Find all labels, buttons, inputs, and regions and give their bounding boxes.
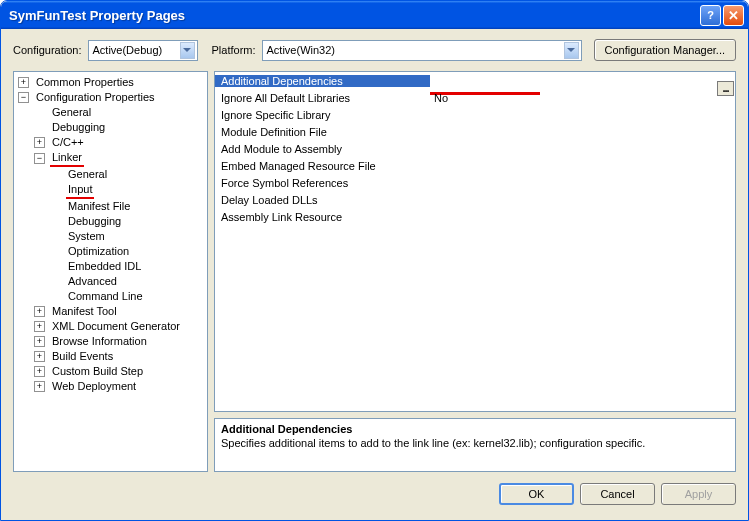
- configuration-value: Active(Debug): [93, 44, 180, 56]
- prop-row-additional-dependencies[interactable]: Additional Dependencies ...: [215, 72, 735, 89]
- expand-icon[interactable]: +: [34, 306, 45, 317]
- expand-icon[interactable]: +: [34, 321, 45, 332]
- tree-node-manifest-tool[interactable]: +Manifest Tool: [32, 304, 207, 319]
- dialog-content: Configuration: Active(Debug) Platform: A…: [1, 29, 748, 520]
- apply-button: Apply: [661, 483, 736, 505]
- platform-label: Platform:: [212, 44, 256, 56]
- prop-row-assembly-link-resource[interactable]: Assembly Link Resource: [215, 208, 735, 225]
- tree-pane[interactable]: + Common Properties − Configuration Prop…: [13, 71, 208, 472]
- tree-node-common-properties[interactable]: + Common Properties: [16, 75, 207, 90]
- expand-icon[interactable]: +: [34, 336, 45, 347]
- tree-node-linker-system[interactable]: System: [48, 229, 207, 244]
- tree-node-build-events[interactable]: +Build Events: [32, 349, 207, 364]
- collapse-icon[interactable]: −: [18, 92, 29, 103]
- prop-row-delay-loaded-dlls[interactable]: Delay Loaded DLLs: [215, 191, 735, 208]
- tree-node-general[interactable]: General: [32, 105, 207, 120]
- help-button[interactable]: ?: [700, 5, 721, 26]
- expand-icon[interactable]: +: [34, 351, 45, 362]
- top-controls: Configuration: Active(Debug) Platform: A…: [13, 39, 736, 61]
- tree-node-linker-command-line[interactable]: Command Line: [48, 289, 207, 304]
- tree-node-linker[interactable]: − Linker: [32, 150, 207, 167]
- expand-icon[interactable]: +: [34, 381, 45, 392]
- property-grid[interactable]: Additional Dependencies ... Ignore All D…: [214, 71, 736, 412]
- prop-row-embed-managed-resource-file[interactable]: Embed Managed Resource File: [215, 157, 735, 174]
- prop-row-ignore-all-default-libraries[interactable]: Ignore All Default Libraries No: [215, 89, 735, 106]
- tree-node-linker-debugging[interactable]: Debugging: [48, 214, 207, 229]
- tree-node-linker-advanced[interactable]: Advanced: [48, 274, 207, 289]
- expand-icon[interactable]: +: [34, 366, 45, 377]
- titlebar[interactable]: SymFunTest Property Pages ? ✕: [1, 1, 748, 29]
- property-pages-dialog: SymFunTest Property Pages ? ✕ Configurat…: [0, 0, 749, 521]
- prop-row-ignore-specific-library[interactable]: Ignore Specific Library: [215, 106, 735, 123]
- description-text: Specifies additional items to add to the…: [221, 437, 729, 449]
- tree-node-linker-manifest-file[interactable]: Manifest File: [48, 199, 207, 214]
- prop-row-module-definition-file[interactable]: Module Definition File: [215, 123, 735, 140]
- configuration-label: Configuration:: [13, 44, 82, 56]
- chevron-down-icon[interactable]: [564, 42, 579, 59]
- prop-row-force-symbol-references[interactable]: Force Symbol References: [215, 174, 735, 191]
- tree-node-ccpp[interactable]: +C/C++: [32, 135, 207, 150]
- tree-node-linker-general[interactable]: General: [48, 167, 207, 182]
- tree-node-browse-information[interactable]: +Browse Information: [32, 334, 207, 349]
- description-pane: Additional Dependencies Specifies additi…: [214, 418, 736, 472]
- cancel-button[interactable]: Cancel: [580, 483, 655, 505]
- configuration-manager-button[interactable]: Configuration Manager...: [594, 39, 736, 61]
- tree-node-web-deployment[interactable]: +Web Deployment: [32, 379, 207, 394]
- description-title: Additional Dependencies: [221, 423, 729, 435]
- window-title: SymFunTest Property Pages: [9, 8, 700, 23]
- tree-node-debugging[interactable]: Debugging: [32, 120, 207, 135]
- expand-icon[interactable]: +: [34, 137, 45, 148]
- tree-node-linker-embedded-idl[interactable]: Embedded IDL: [48, 259, 207, 274]
- configuration-combo[interactable]: Active(Debug): [88, 40, 198, 61]
- tree-node-linker-input[interactable]: Input: [48, 182, 207, 199]
- prop-row-add-module-to-assembly[interactable]: Add Module to Assembly: [215, 140, 735, 157]
- collapse-icon[interactable]: −: [34, 153, 45, 164]
- tree-node-custom-build-step[interactable]: +Custom Build Step: [32, 364, 207, 379]
- expand-icon[interactable]: +: [18, 77, 29, 88]
- platform-combo[interactable]: Active(Win32): [262, 40, 582, 61]
- dialog-buttons: OK Cancel Apply: [13, 478, 736, 510]
- platform-value: Active(Win32): [267, 44, 564, 56]
- tree-node-linker-optimization[interactable]: Optimization: [48, 244, 207, 259]
- tree-node-configuration-properties[interactable]: − Configuration Properties: [16, 90, 207, 105]
- close-button[interactable]: ✕: [723, 5, 744, 26]
- chevron-down-icon[interactable]: [180, 42, 195, 59]
- ok-button[interactable]: OK: [499, 483, 574, 505]
- tree-node-xml-document-generator[interactable]: +XML Document Generator: [32, 319, 207, 334]
